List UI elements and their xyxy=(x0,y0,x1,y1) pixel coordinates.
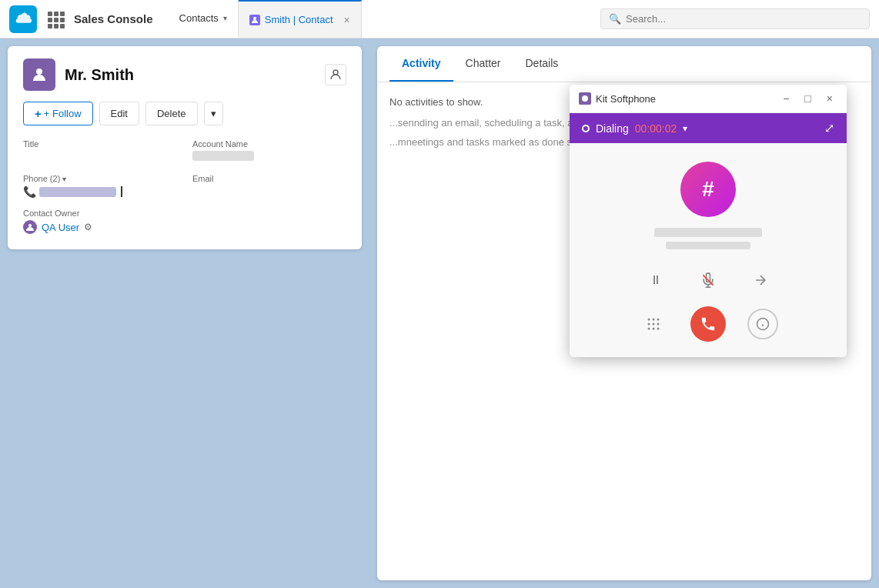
phone-chevron-icon: ▾ xyxy=(62,175,66,183)
field-account: Account Name xyxy=(192,139,346,163)
owner-avatar xyxy=(23,220,37,234)
dialing-timer: 00:00:02 xyxy=(635,122,677,135)
search-icon: 🔍 xyxy=(609,13,621,25)
tab-details[interactable]: Details xyxy=(513,46,571,82)
softphone-body: # ⏸ xyxy=(570,143,847,357)
svg-point-1 xyxy=(36,68,42,75)
field-title: Title xyxy=(23,139,177,163)
svg-point-12 xyxy=(653,323,655,326)
contact-tab-icon xyxy=(249,15,260,25)
left-panel: Mr. Smith + + Follow Edit Delete xyxy=(0,38,369,588)
pause-button[interactable]: ⏸ xyxy=(640,265,671,296)
dialing-text: Dialing xyxy=(596,122,629,135)
field-contact-owner: Contact Owner QA User ⚙ xyxy=(23,209,177,234)
top-nav: Sales Console Contacts ▾ Smith | Contact… xyxy=(0,0,879,38)
tab-contacts-label: Contacts xyxy=(179,12,219,24)
app-grid-icon[interactable] xyxy=(46,10,65,28)
action-buttons: + + Follow Edit Delete ▾ xyxy=(23,102,346,125)
svg-point-10 xyxy=(657,319,660,321)
keypad-button[interactable] xyxy=(638,309,669,339)
softphone-title-text: Kit Softphone xyxy=(596,93,656,105)
svg-point-9 xyxy=(653,319,655,321)
tab-smith-label: Smith | Contact xyxy=(265,14,333,25)
email-label: Email xyxy=(192,174,346,183)
delete-button[interactable]: Delete xyxy=(145,102,198,125)
expand-icon[interactable]: ⤢ xyxy=(824,121,834,135)
more-button[interactable]: ▾ xyxy=(204,102,223,125)
phone-value[interactable]: 📞 xyxy=(23,185,177,198)
svg-point-3 xyxy=(28,224,32,227)
svg-point-4 xyxy=(582,95,588,102)
tab-activity[interactable]: Activity xyxy=(389,46,453,82)
svg-point-13 xyxy=(657,323,660,326)
mute-button[interactable] xyxy=(693,265,724,296)
field-email: Email xyxy=(192,174,346,198)
svg-point-8 xyxy=(648,319,650,321)
contact-card: Mr. Smith + + Follow Edit Delete xyxy=(8,46,362,249)
app-name: Sales Console xyxy=(74,12,153,25)
follow-button[interactable]: + + Follow xyxy=(23,102,93,125)
svg-point-11 xyxy=(648,323,650,326)
contact-name: Mr. Smith xyxy=(65,66,134,84)
chevron-down-icon: ▾ xyxy=(223,14,227,22)
follow-label: + Follow xyxy=(44,108,82,119)
phone-icon: 📞 xyxy=(23,185,36,198)
tab-chatter[interactable]: Chatter xyxy=(453,46,513,82)
contact-avatar xyxy=(23,58,55,91)
tab-close-icon[interactable]: × xyxy=(344,14,350,26)
svg-point-2 xyxy=(333,70,338,75)
title-label: Title xyxy=(23,139,177,149)
salesforce-logo[interactable] xyxy=(9,5,37,33)
tab-contacts[interactable]: Contacts ▾ xyxy=(169,0,239,38)
field-phone: Phone (2) ▾ 📞 xyxy=(23,174,177,198)
edit-button[interactable]: Edit xyxy=(99,102,139,125)
tab-bar: Contacts ▾ Smith | Contact × xyxy=(169,0,591,38)
svg-point-16 xyxy=(657,328,660,330)
caller-info xyxy=(654,228,762,249)
caller-sub-blurred xyxy=(666,242,750,249)
search-bar: 🔍 xyxy=(600,8,870,29)
cursor-icon xyxy=(121,186,122,197)
transfer-button[interactable] xyxy=(745,265,776,296)
tab-smith-contact[interactable]: Smith | Contact × xyxy=(239,0,362,38)
end-call-button[interactable] xyxy=(690,306,726,342)
softphone-titlebar: Kit Softphone − □ × xyxy=(570,85,847,113)
status-chevron-icon[interactable]: ▾ xyxy=(683,123,687,134)
caller-symbol: # xyxy=(702,177,714,202)
search-input[interactable] xyxy=(626,13,861,25)
account-name-label: Account Name xyxy=(192,139,346,149)
softphone-icon xyxy=(579,92,591,105)
right-panel: Activity Chatter Details No activities t… xyxy=(369,38,879,588)
softphone-popup: Kit Softphone − □ × Dialing 00:00:02 ▾ xyxy=(570,85,847,357)
info-button[interactable] xyxy=(747,309,778,339)
softphone-maximize-button[interactable]: □ xyxy=(800,91,815,106)
call-controls-row2 xyxy=(638,306,778,342)
contact-fields: Title Account Name Phone (2) ▾ xyxy=(23,139,346,234)
caller-name-blurred xyxy=(654,228,762,237)
person-detail-icon[interactable] xyxy=(325,64,346,85)
owner-name[interactable]: QA User xyxy=(42,222,79,233)
softphone-minimize-button[interactable]: − xyxy=(778,91,794,106)
call-controls-row1: ⏸ xyxy=(640,265,776,296)
account-name-value xyxy=(192,151,346,163)
phone-label: Phone (2) xyxy=(23,174,60,183)
owner-label: Contact Owner xyxy=(23,209,177,218)
svg-point-14 xyxy=(648,328,650,330)
softphone-status-bar: Dialing 00:00:02 ▾ ⤢ xyxy=(570,113,847,143)
status-dot-icon xyxy=(582,125,590,132)
caller-avatar: # xyxy=(680,162,736,217)
svg-point-0 xyxy=(253,17,256,20)
softphone-close-button[interactable]: × xyxy=(822,91,837,106)
svg-point-15 xyxy=(653,328,655,330)
plus-icon: + xyxy=(35,107,42,120)
right-tabs: Activity Chatter Details xyxy=(377,46,871,82)
owner-settings-icon: ⚙ xyxy=(84,222,92,232)
